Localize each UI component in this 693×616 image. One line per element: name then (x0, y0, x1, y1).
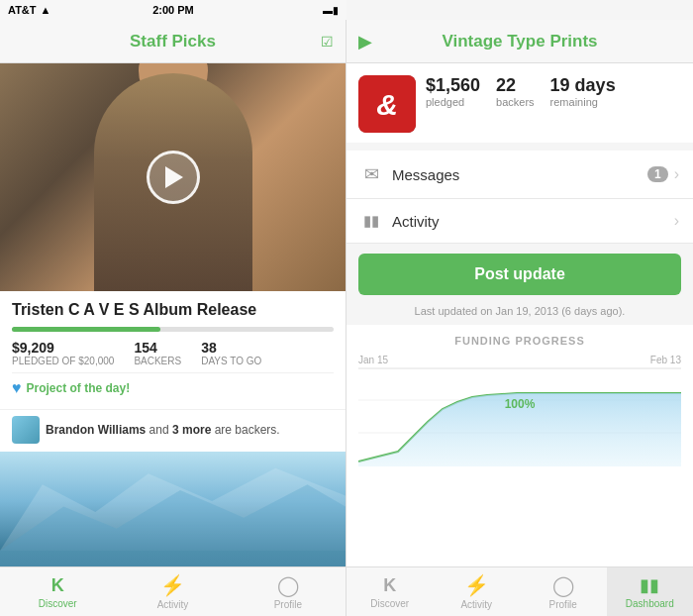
right-nav-profile[interactable]: ◯ Profile (520, 567, 607, 616)
right-nav-activity[interactable]: ⚡ Activity (434, 567, 521, 616)
backer-name: Brandon Williams (46, 423, 146, 437)
activity-icon: ⚡ (160, 573, 185, 597)
days-stat: 38 DAYS TO GO (201, 340, 261, 366)
days-metric-value: 19 days (550, 75, 616, 96)
messages-menu-item[interactable]: ✉ Messages 1 › (346, 151, 693, 199)
backers-label: BACKERS (134, 356, 181, 366)
chart-date-start: Jan 15 (358, 355, 388, 365)
metric-days: 19 days remaining (550, 75, 616, 108)
left-wifi-icon: ▲ (41, 4, 51, 16)
backers-metric-label: backers (496, 96, 535, 108)
days-value: 38 (201, 340, 261, 356)
left-bottom-nav: K Discover ⚡ Activity ◯ Profile (0, 566, 346, 616)
metric-pledged: $1,560 pledged (426, 75, 480, 108)
backer-row: Brandon Williams and 3 more are backers. (0, 409, 346, 452)
pledged-metric-value: $1,560 (426, 75, 480, 96)
left-carrier: AT&T (8, 4, 37, 16)
right-bottom-nav: K Discover ⚡ Activity ◯ Profile ▮▮ Dashb… (346, 566, 693, 616)
pledged-stat: $9,209 PLEDGED OF $20,000 (12, 340, 114, 366)
right-nav-discover[interactable]: K Discover (346, 567, 434, 616)
play-button[interactable] (147, 151, 200, 204)
right-profile-icon: ◯ (552, 573, 574, 597)
messages-label: Messages (392, 166, 647, 183)
left-header: Staff Picks ☑ (0, 20, 346, 63)
left-status-left: AT&T ▲ (8, 4, 50, 16)
post-update-label: Post update (474, 265, 565, 283)
back-arrow-icon[interactable]: ▶ (358, 31, 372, 52)
days-metric-label: remaining (550, 96, 616, 108)
pledged-value: $9,209 (12, 340, 114, 356)
project-title: Tristen C A V E S Album Release (12, 301, 334, 319)
chart-title: FUNDING PROGRESS (358, 335, 681, 347)
left-time: 2:00 PM (152, 4, 194, 16)
project-metrics: $1,560 pledged 22 backers 19 days remain… (426, 75, 616, 108)
messages-badge: 1 (647, 166, 668, 182)
project-of-day: ♥ Project of the day! (12, 372, 334, 401)
metric-backers: 22 backers (496, 75, 535, 108)
right-activity-icon: ⚡ (464, 573, 489, 597)
right-nav-dashboard[interactable]: ▮▮ Dashboard (607, 567, 694, 616)
pledged-metric-label: pledged (426, 96, 480, 108)
project-hero-image (0, 63, 346, 291)
backer-suffix-text: are backers. (215, 423, 280, 437)
discover-label: Discover (39, 598, 77, 609)
last-updated-text: Last updated on Jan 19, 2013 (6 days ago… (346, 305, 693, 317)
right-dashboard-label: Dashboard (626, 598, 674, 609)
menu-list: ✉ Messages 1 › ▮▮ Activity › (346, 151, 693, 244)
chart-area: 100% (358, 367, 681, 476)
left-panel: AT&T ▲ 2:00 PM ▬▮ Staff Picks ☑ Tristen … (0, 0, 346, 616)
project-thumbnail[interactable]: & (358, 75, 416, 133)
backers-value: 154 (134, 340, 181, 356)
chart-date-end: Feb 13 (650, 355, 681, 365)
right-discover-label: Discover (370, 598, 409, 609)
progress-bar-container (12, 327, 334, 332)
chart-percent-label: 100% (505, 397, 536, 411)
backer-text: Brandon Williams and 3 more are backers. (46, 423, 280, 437)
backer-more: 3 more (172, 423, 211, 437)
left-status-right: ▬▮ (323, 5, 339, 16)
progress-bar-fill (12, 327, 160, 332)
svg-text:&: & (376, 88, 398, 121)
backers-metric-value: 22 (496, 75, 535, 96)
discover-icon: K (51, 575, 64, 596)
days-label: DAYS TO GO (201, 356, 261, 366)
funding-chart: FUNDING PROGRESS Jan 15 Feb 13 (346, 325, 693, 566)
right-header-title: Vintage Type Prints (442, 32, 597, 51)
messages-chevron-icon: › (674, 165, 679, 183)
right-activity-label: Activity (460, 599, 492, 610)
second-project-image[interactable] (0, 452, 346, 566)
backer-and: and (149, 423, 172, 437)
left-battery-icon: ▬▮ (323, 5, 339, 16)
project-info: Tristen C A V E S Album Release $9,209 P… (0, 291, 346, 409)
post-update-button[interactable]: Post update (358, 254, 681, 295)
pod-text: Project of the day! (27, 381, 131, 395)
project-header-row: & $1,560 pledged 22 backers 19 days rema… (346, 63, 693, 143)
left-header-check-icon: ☑ (321, 34, 334, 50)
backers-stat: 154 BACKERS (134, 340, 181, 366)
right-profile-label: Profile (549, 599, 577, 610)
activity-menu-item[interactable]: ▮▮ Activity › (346, 199, 693, 244)
chart-labels: Jan 15 Feb 13 (358, 355, 681, 365)
activity-menu-label: Activity (392, 213, 674, 230)
heart-icon: ♥ (12, 379, 22, 397)
messages-icon: ✉ (360, 163, 382, 185)
left-header-title: Staff Picks (130, 32, 216, 51)
pledged-label: PLEDGED OF $20,000 (12, 356, 114, 366)
activity-label: Activity (157, 599, 189, 610)
right-header: ▶ Vintage Type Prints (346, 20, 693, 63)
project-stats: $9,209 PLEDGED OF $20,000 154 BACKERS 38… (12, 340, 334, 366)
activity-bar-icon: ▮▮ (360, 212, 382, 230)
backer-avatar (12, 416, 40, 444)
profile-icon: ◯ (277, 573, 299, 597)
play-icon (165, 166, 183, 188)
right-panel: AT&T ▲ 2:00 PM ▬▮ ▶ Vintage Type Prints … (346, 0, 693, 616)
left-status-bar: AT&T ▲ 2:00 PM ▬▮ (0, 0, 346, 20)
activity-chevron-icon: › (674, 212, 679, 230)
profile-label: Profile (274, 599, 302, 610)
left-nav-profile[interactable]: ◯ Profile (231, 567, 346, 616)
left-nav-activity[interactable]: ⚡ Activity (115, 567, 230, 616)
right-discover-icon: K (383, 575, 396, 596)
left-nav-discover[interactable]: K Discover (0, 567, 115, 616)
right-dashboard-icon: ▮▮ (640, 574, 659, 596)
